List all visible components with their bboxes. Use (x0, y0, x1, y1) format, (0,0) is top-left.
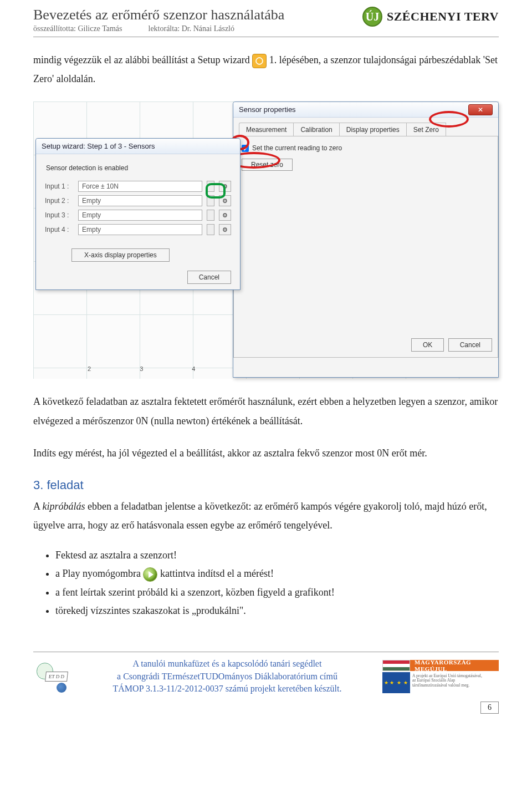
document-footer: ET D D A tanulói munkafüzet és a kapcsol… (33, 652, 499, 698)
play-icon (143, 567, 157, 582)
eu-funding-block: MAGYARORSZÁG MEGÚJUL ★ ★ ★ A projekt az … (382, 660, 499, 693)
ruler-tick: 2 (88, 365, 91, 377)
close-icon: ✕ (478, 106, 483, 114)
eu-funding-text: A projekt az Európai Unió támogatásával,… (410, 672, 499, 693)
bullet-3: a fent leírtak szerint próbáld ki a szen… (55, 585, 499, 600)
sensor-properties-title: Sensor properties (239, 105, 296, 114)
input-1-field[interactable]: Force ± 10N (78, 181, 202, 192)
input-4-row: Input 4 : Empty ⚙ (45, 224, 231, 235)
ruler-tick: 3 (140, 365, 143, 377)
setup-wizard-titlebar[interactable]: Setup wizard: Step 1 of 3 - Sensors (36, 139, 240, 154)
sign-icon: ET D D (45, 672, 68, 682)
page-number: 6 (480, 702, 499, 714)
bullet-2-post: kattintva indítsd el a mérést! (160, 568, 274, 579)
input-2-field[interactable]: Empty (78, 195, 202, 206)
footer-line-2: a Csongrádi TErmészetTUDOmányos Diáklabo… (80, 670, 375, 683)
setup-wizard-buttons: Cancel (45, 271, 231, 284)
input-2-row: Input 2 : Empty ⚙ (45, 195, 231, 206)
input-2-label: Input 2 : (45, 197, 74, 205)
author-label: összeállította: Gilicze Tamás (33, 24, 122, 33)
intro-paragraph: mindig végezzük el az alábbi beállítást … (33, 50, 499, 88)
tab-calibration[interactable]: Calibration (293, 123, 339, 136)
footer-line-1: A tanulói munkafüzet és a kapcsolódó tan… (80, 658, 375, 670)
footer-project-logo: ET D D (33, 660, 72, 693)
xaxis-properties-button[interactable]: X-axis display properties (71, 248, 170, 262)
dialog-buttons: OK Cancel (409, 338, 492, 352)
close-button[interactable]: ✕ (468, 104, 493, 115)
tab-measurement[interactable]: Measurement (239, 123, 294, 136)
ok-button[interactable]: OK (411, 338, 444, 352)
set-zero-checkbox-row: Set the current reading to zero (242, 144, 490, 152)
input-1-label: Input 1 : (45, 182, 74, 190)
embedded-screenshot: 2 3 4 5 6 Sensor properties ✕ Measuremen… (33, 101, 499, 379)
input-4-settings-button[interactable]: ⚙ (219, 224, 231, 235)
para4-em: kipróbálás (43, 501, 85, 512)
highlight-input1-settings (206, 183, 226, 199)
input-3-label: Input 3 : (45, 211, 74, 219)
input-3-row: Input 3 : Empty ⚙ (45, 210, 231, 221)
intro-text-a: mindig végezzük el az alábbi beállítást … (33, 54, 252, 65)
document-subtitle: összeállította: Gilicze Tamás lektorálta… (33, 24, 362, 33)
document-title: Bevezetés az erőmérő szenzor használatáb… (33, 7, 362, 23)
setup-wizard-title: Setup wizard: Step 1 of 3 - Sensors (42, 142, 155, 150)
eu-flag-icon: ★ ★ ★ (382, 672, 410, 693)
para4-b: ebben a feladatban jelentse a következőt… (33, 501, 487, 531)
wizard-cancel-button[interactable]: Cancel (187, 271, 231, 284)
setup-wizard-body: Sensor detection is enabled Input 1 : Fo… (36, 154, 240, 289)
bullet-2: a Play nyomógombra kattintva indítsd el … (55, 566, 499, 582)
task-3-heading: 3. feladat (33, 478, 499, 492)
uj-badge-icon: ÚJ (362, 7, 382, 27)
input-3-settings-button[interactable]: ⚙ (219, 210, 231, 221)
input-4-field[interactable]: Empty (78, 224, 202, 235)
input-1-row: Input 1 : Force ± 10N ⚙ (45, 181, 231, 192)
paragraph-4: A kipróbálás ebben a feladatban jelentse… (33, 497, 499, 535)
szechenyi-text: SZÉCHENYI TERV (387, 9, 499, 24)
gear-icon (252, 54, 267, 68)
detection-enabled-text: Sensor detection is enabled (46, 164, 231, 172)
page-number-container: 6 (33, 702, 499, 714)
set-zero-checkbox-label: Set the current reading to zero (252, 144, 342, 152)
setup-wizard-window: Setup wizard: Step 1 of 3 - Sensors Sens… (35, 138, 241, 290)
szechenyi-logo: ÚJ SZÉCHENYI TERV (362, 7, 499, 27)
eu-line-3: társfinanszírozásával valósul meg. (412, 683, 497, 688)
ruler-tick: 4 (192, 365, 195, 377)
input-3-dropdown[interactable] (207, 210, 214, 221)
footer-text: A tanulói munkafüzet és a kapcsolódó tan… (80, 658, 375, 695)
sensor-properties-window: Sensor properties ✕ Measurement Calibrat… (233, 101, 499, 378)
megujul-banner: MAGYARORSZÁG MEGÚJUL (410, 660, 499, 671)
document-header: Bevezetés az erőmérő szenzor használatáb… (33, 0, 499, 37)
set-zero-panel: Set the current reading to zero Reset ze… (233, 136, 498, 358)
cancel-button[interactable]: Cancel (448, 338, 492, 352)
para4-a: A (33, 501, 43, 512)
task-bullet-list: Fektesd az asztalra a szenzort! a Play n… (55, 548, 499, 618)
input-4-label: Input 4 : (45, 226, 74, 233)
tab-display-properties[interactable]: Display properties (339, 123, 407, 136)
footer-line-3: TÁMOP 3.1.3-11/2-2012-0037 számú projekt… (80, 683, 375, 695)
bullet-2-pre: a Play nyomógombra (55, 568, 143, 579)
reviewer-label: lektorálta: Dr. Nánai László (149, 24, 235, 33)
bullet-1: Fektesd az asztalra a szenzort! (55, 548, 499, 563)
globe-icon (57, 683, 66, 693)
hungary-flag-icon (382, 660, 410, 671)
bullet-4: törekedj vízszintes szakaszokat is „prod… (55, 603, 499, 618)
paragraph-2: A következő feladatban az asztalra fekte… (33, 392, 499, 430)
paragraph-3: Indíts egy mérést, ha jól végezted el a … (33, 444, 499, 463)
input-4-dropdown[interactable] (207, 224, 214, 235)
input-3-field[interactable]: Empty (78, 210, 202, 221)
